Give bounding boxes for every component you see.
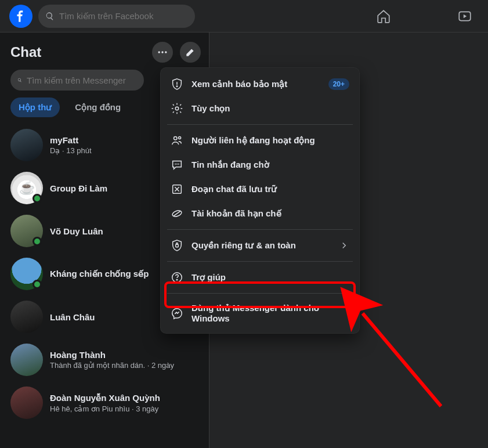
menu-item-label: Tùy chọn [191,103,349,114]
avatar [10,386,43,419]
menu-item-nguoi-lien-he-ang-hoat-ong[interactable]: Người liên hệ đang hoạt động [165,128,355,153]
chat-name: Luân Châu [50,312,95,322]
menu-item-label: Dùng thử Messenger dành cho Windows [191,303,349,323]
chat-item[interactable]: Hoàng ThànhThành đã gửi một nhãn dán. · … [7,339,204,381]
facebook-logo[interactable] [9,5,32,28]
menu-item-label: Tài khoản đã hạn chế [191,208,349,219]
search-icon [45,12,55,21]
tab-cộng-đồng[interactable]: Cộng đồng [67,97,129,117]
chat-subtitle: Hê hê, cảm ơn Piu nhìu · 3 ngày [50,404,160,413]
svg-point-7 [174,137,178,140]
avatar [10,172,43,204]
menu-item-tin-nhan-ang-cho[interactable]: Tin nhắn đang chờ [165,153,355,177]
privacy-shield-icon [171,239,183,252]
menu-item-dung-thu-messenger-danh-cho-windows[interactable]: Dùng thử Messenger dành cho Windows [165,297,355,329]
svg-point-5 [176,86,177,86]
chat-options-menu: Xem cảnh báo bảo mật20+Tùy chọnNgười liê… [160,67,360,334]
chat-subtitle: Dạ · 13 phút [50,146,92,155]
svg-point-3 [165,51,167,53]
presence-indicator [32,194,42,203]
presence-indicator [32,237,42,246]
presence-indicator [32,280,42,289]
svg-point-1 [158,51,160,53]
svg-rect-17 [176,244,179,247]
menu-item-label: Quyền riêng tư & an toàn [191,240,331,251]
menu-item-label: Tin nhắn đang chờ [191,160,349,170]
menu-item-label: Đoạn chat đã lưu trữ [191,184,349,194]
global-search[interactable] [38,5,195,28]
svg-point-2 [161,51,163,53]
badge: 20+ [328,78,349,90]
svg-point-8 [179,136,181,139]
svg-point-11 [178,164,179,165]
svg-point-6 [175,107,179,110]
menu-item-label: Trợ giúp [191,272,349,283]
messenger-icon [171,307,183,320]
ellipsis-icon [157,46,168,58]
restricted-icon [171,207,183,220]
messenger-search-input[interactable] [27,75,137,85]
search-icon [17,75,22,85]
avatar [10,129,43,161]
menu-item-label: Người liên hệ đang hoạt động [191,135,349,146]
chat-subtitle: Thành đã gửi một nhãn dán. · 2 ngày [50,361,174,370]
menu-item-oan-chat-a-luu-tru[interactable]: Đoạn chat đã lưu trữ [165,177,355,201]
menu-item-quyen-rieng-tu-an-toan[interactable]: Quyền riêng tư & an toàn [165,233,355,258]
avatar [10,301,43,333]
menu-item-tuy-chon[interactable]: Tùy chọn [165,96,355,121]
compose-icon [185,46,196,58]
contacts-icon [171,134,183,147]
avatar [10,258,43,290]
avatar [10,344,43,376]
shield-alert-icon [171,78,183,91]
home-button[interactable] [372,5,395,28]
chat-waiting-icon [171,158,183,171]
menu-item-xem-canh-bao-bao-mat[interactable]: Xem cảnh báo bảo mật20+ [165,72,355,96]
menu-item-label: Xem cảnh báo bảo mật [191,79,320,89]
messenger-search[interactable] [10,70,144,91]
svg-point-9 [175,164,176,165]
chat-options-button[interactable] [152,42,173,63]
chat-item[interactable]: Đoàn Nguyễn Xuân QuỳnhHê hê, cảm ơn Piu … [7,382,204,424]
chat-name: Group Đi Làm [50,183,107,193]
new-message-button[interactable] [180,42,201,63]
chat-name: Kháng chiến chống sếp [50,269,149,279]
gear-icon [171,102,183,115]
topbar [0,0,488,32]
chat-name: myFatt [50,135,92,145]
tab-hộp-thư[interactable]: Hộp thư [10,97,60,117]
svg-point-19 [176,279,177,280]
chat-name: Võ Duy Luân [50,226,103,236]
video-icon [457,9,472,24]
home-icon [376,9,391,24]
global-search-input[interactable] [59,11,188,21]
chevron-right-icon [339,240,349,251]
archive-icon [171,183,183,196]
avatar [10,215,43,247]
help-icon [171,271,183,284]
chat-name: Hoàng Thành [50,350,174,360]
menu-item-tro-giup[interactable]: Trợ giúp [165,265,355,290]
chat-name: Đoàn Nguyễn Xuân Quỳnh [50,393,160,403]
svg-point-10 [176,164,178,165]
video-button[interactable] [453,5,476,28]
menu-item-tai-khoan-a-han-che[interactable]: Tài khoản đã hạn chế [165,201,355,226]
chat-title: Chat [10,44,41,60]
facebook-logo-icon [13,9,28,24]
